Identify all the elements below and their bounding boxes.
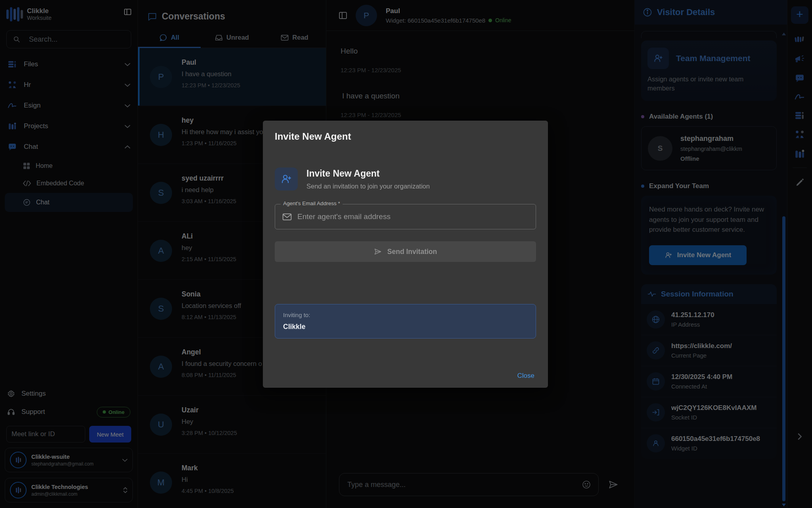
close-button[interactable]: Close [517, 372, 534, 380]
inviting-to-box: Inviting to: Clikkle [275, 304, 536, 339]
send-invitation-button[interactable]: Send Invitation [275, 241, 536, 262]
envelope-icon [282, 213, 292, 221]
dialog-title: Invite New Agent [275, 131, 536, 142]
agent-email-placeholder: Enter agent's email address [297, 212, 391, 221]
agent-email-label: Agent's Email Address * [281, 200, 343, 206]
person-plus-icon [275, 167, 298, 190]
invite-agent-dialog: Invite New Agent Invite New Agent Send a… [263, 121, 548, 388]
agent-email-field[interactable]: Agent's Email Address * Enter agent's em… [275, 204, 536, 229]
dialog-subheading: Send an invitation to join your organiza… [306, 183, 430, 190]
dialog-heading: Invite New Agent [306, 168, 430, 179]
organization-name: Clikkle [283, 323, 528, 331]
send-icon [374, 248, 382, 256]
